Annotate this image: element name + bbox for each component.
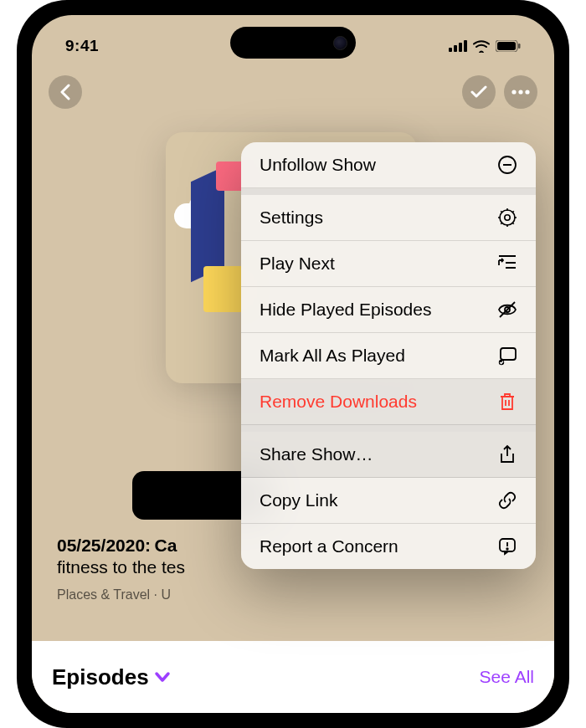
report-icon <box>497 536 517 556</box>
episode-meta: Places & Travel · U <box>57 587 529 602</box>
bottom-section: Episodes See All <box>32 641 554 713</box>
svg-rect-5 <box>497 42 516 50</box>
chevron-left-icon <box>59 84 71 100</box>
trash-icon <box>497 392 517 412</box>
followed-check-button[interactable] <box>462 75 496 109</box>
status-time: 9:41 <box>65 37 99 55</box>
menu-label: Copy Link <box>260 490 337 510</box>
svg-line-26 <box>500 302 515 317</box>
episodes-dropdown[interactable]: Episodes <box>52 664 171 690</box>
eye-slash-icon <box>497 300 517 320</box>
nav-right <box>462 75 537 109</box>
ellipsis-icon <box>511 90 530 95</box>
nav-row <box>32 75 554 109</box>
svg-rect-3 <box>464 40 467 52</box>
menu-label: Report a Concern <box>260 536 398 556</box>
screen: 9:41 <box>32 15 554 713</box>
wifi-icon <box>473 40 490 53</box>
svg-point-7 <box>511 90 516 94</box>
menu-item-share[interactable]: Share Show… <box>241 432 536 478</box>
back-button[interactable] <box>49 75 82 109</box>
menu-item-unfollow[interactable]: Unfollow Show <box>241 142 536 188</box>
camera-icon <box>333 36 347 50</box>
menu-item-mark-played[interactable]: Mark All As Played <box>241 333 536 379</box>
play-next-icon <box>497 254 517 274</box>
menu-separator <box>241 425 536 432</box>
cellular-icon <box>449 40 467 52</box>
phone-inner: 9:41 <box>32 15 554 713</box>
svg-point-8 <box>518 90 522 94</box>
menu-item-play-next[interactable]: Play Next <box>241 241 536 287</box>
svg-rect-6 <box>518 44 521 49</box>
episode-date: 05/25/2020: <box>57 536 151 555</box>
see-all-link[interactable]: See All <box>480 667 534 687</box>
menu-label: Hide Played Episodes <box>260 300 431 320</box>
menu-label: Mark All As Played <box>260 346 405 366</box>
menu-item-remove-downloads[interactable]: Remove Downloads <box>241 379 536 425</box>
chevron-down-icon <box>154 671 171 683</box>
link-icon <box>497 490 517 510</box>
episode-title: Ca <box>155 536 177 555</box>
svg-rect-2 <box>459 43 462 52</box>
svg-rect-1 <box>454 45 457 52</box>
menu-separator <box>241 188 536 195</box>
check-icon <box>470 85 487 99</box>
unfollow-icon <box>497 155 517 175</box>
svg-rect-0 <box>449 48 452 52</box>
menu-item-report[interactable]: Report a Concern <box>241 524 536 569</box>
checkmark-rect-icon <box>497 346 517 366</box>
menu-label: Unfollow Show <box>260 155 376 175</box>
menu-label: Remove Downloads <box>260 392 417 412</box>
dynamic-island <box>230 27 356 59</box>
svg-point-13 <box>505 215 510 220</box>
battery-icon <box>496 40 521 52</box>
svg-point-31 <box>506 548 508 550</box>
menu-label: Share Show… <box>260 444 373 464</box>
more-button[interactable] <box>504 75 537 109</box>
svg-rect-27 <box>501 348 516 360</box>
phone-frame: 9:41 <box>17 0 569 728</box>
menu-label: Settings <box>260 208 323 228</box>
menu-label: Play Next <box>260 254 335 274</box>
menu-item-settings[interactable]: Settings <box>241 195 536 241</box>
status-icons-group <box>449 40 521 53</box>
context-menu: Unfollow Show Settings Play Next Hide Pl… <box>241 142 536 569</box>
episodes-label: Episodes <box>52 664 149 690</box>
gear-icon <box>497 208 517 228</box>
svg-point-9 <box>525 90 529 94</box>
share-icon <box>497 444 517 464</box>
menu-item-hide-played[interactable]: Hide Played Episodes <box>241 287 536 333</box>
menu-item-copy-link[interactable]: Copy Link <box>241 478 536 524</box>
